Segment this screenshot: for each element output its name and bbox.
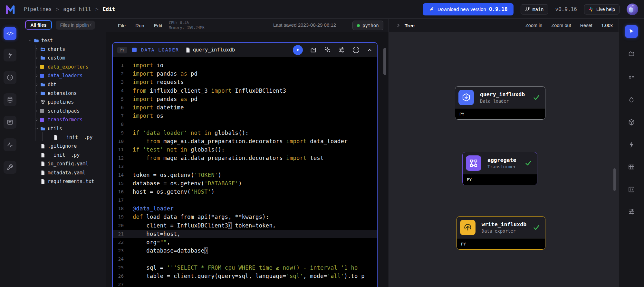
right-rail-cursor-button[interactable] [625, 25, 638, 38]
code-line-20[interactable]: 20 client = InfluxDBClient3( token=token… [113, 221, 377, 230]
live-help-button[interactable]: Live help [584, 4, 620, 14]
code-line-16[interactable]: 16host = os.getenv('HOST') [113, 188, 377, 196]
chart-icon[interactable] [310, 47, 317, 53]
code-line-19[interactable]: 19def load_data_from_api(*args, **kwargs… [113, 213, 377, 221]
file-tree-item-test[interactable]: test [20, 36, 106, 45]
file-tree-item-dbt[interactable]: dbt [20, 80, 106, 89]
code-line-26[interactable]: 26 table = client.query(query=sql, langu… [113, 272, 377, 280]
left-rail-clock-button[interactable] [4, 71, 16, 84]
right-rail-cube-button[interactable] [625, 116, 638, 129]
code-line-5[interactable]: 5import pandas as pd [113, 95, 377, 103]
block-file[interactable]: query_influxdb [186, 47, 235, 53]
pipeline-node-query_influxdb[interactable]: query_influxdbData loaderPY [455, 86, 545, 120]
file-icon [53, 134, 59, 140]
right-rail-lightning-button[interactable] [625, 138, 638, 151]
code-line-13[interactable]: 13 [113, 162, 377, 171]
sliders-icon[interactable] [338, 46, 345, 53]
file-tree-item--gitignore[interactable]: .gitignore [20, 142, 106, 151]
code-line-8[interactable]: 8 [113, 120, 377, 128]
file-tree-item-io-config-yaml[interactable]: io_config.yaml [20, 160, 106, 168]
code-line-14[interactable]: 14token = os.getenv('TOKEN') [113, 171, 377, 179]
right-rail-code-box-button[interactable] [625, 183, 638, 196]
code-line-6[interactable]: 6import datetime [113, 103, 377, 112]
kernel-language-badge[interactable]: python [352, 21, 383, 30]
collapse-block-chevron-icon[interactable] [367, 47, 372, 53]
code-line-21[interactable]: 21 host=host, [113, 230, 377, 238]
left-rail-dashboard-button[interactable] [4, 116, 16, 129]
tab-files-in-pipeline[interactable]: Files in pipeline [56, 21, 95, 30]
code-line-7[interactable]: 7import os [113, 112, 377, 120]
right-rail-area-chart-button[interactable] [625, 47, 638, 60]
file-tree-item-custom[interactable]: custom [20, 54, 106, 62]
code-line-17[interactable]: 17 [113, 196, 377, 204]
file-tree-item-requirements-txt[interactable]: requirements.txt [20, 177, 106, 186]
token: ( [228, 222, 232, 229]
code-line-24[interactable]: 24 [113, 255, 377, 263]
left-rail-wrench-button[interactable] [4, 161, 16, 174]
download-new-version-button[interactable]: Download new version 0.9.18 [423, 3, 514, 15]
menu-run[interactable]: Run [135, 23, 144, 28]
user-avatar[interactable] [627, 4, 638, 15]
breadcrumb-item[interactable]: aged_hill [63, 6, 91, 12]
code-line-27[interactable]: 27 [113, 280, 377, 287]
code-line-18[interactable]: 18@data_loader [113, 204, 377, 213]
breadcrumb[interactable]: Pipelines>aged_hill>Edit [24, 6, 115, 12]
code-line-11[interactable]: 11if 'test' not in globals(): [113, 145, 377, 154]
breadcrumb-item[interactable]: Edit [103, 6, 115, 12]
right-rail-sliders-button[interactable] [625, 205, 638, 218]
code-block-query-influxdb[interactable]: PY DATA LOADER query_influxdb [112, 42, 378, 287]
file-tree-item-data-loaders[interactable]: data_loaders [20, 71, 106, 80]
collapse-sidekick-chevron-icon[interactable] [396, 23, 401, 28]
zoom-in-button[interactable]: Zoom in [525, 23, 542, 28]
menu-edit[interactable]: Edit [154, 23, 162, 28]
left-rail-activity-button[interactable] [4, 138, 16, 151]
right-rail-table-button[interactable] [625, 161, 638, 173]
sparkles-icon[interactable] [324, 46, 331, 53]
menu-file[interactable]: File [118, 23, 126, 28]
zoom-out-button[interactable]: Zoom out [551, 23, 571, 28]
breadcrumb-item[interactable]: Pipelines [24, 6, 52, 12]
code-line-25[interactable]: 25 sql = '''SELECT * FROM cpu WHERE time… [113, 264, 377, 272]
file-tree-item-scratchpads[interactable]: scratchpads [20, 106, 106, 115]
file-tree-item--init-py[interactable]: __init__.py [20, 133, 106, 142]
code-line-23[interactable]: 23 database=database) [113, 246, 377, 255]
file-icon [40, 152, 48, 158]
code-line-4[interactable]: 4from influxdb_client_3 import InfluxDBC… [113, 87, 377, 95]
canvas-scrollbar[interactable] [613, 168, 616, 191]
dependency-tree-canvas[interactable]: query_influxdbData loaderPYaggregateTran… [389, 32, 619, 287]
file-tree-item--init-py[interactable]: __init__.py [20, 151, 106, 159]
right-rail-variables-button[interactable] [625, 71, 638, 84]
file-tree-item-metadata-yaml[interactable]: metadata.yaml [20, 168, 106, 177]
run-block-button[interactable] [293, 45, 303, 55]
left-rail-code-editor-button[interactable]: </> [4, 27, 16, 40]
mage-logo[interactable] [5, 5, 17, 14]
code-editor[interactable]: 1import io2import pandas as pd3import re… [113, 57, 377, 287]
file-tree-item-extensions[interactable]: extensions [20, 89, 106, 97]
file-tree-item-utils[interactable]: utils [20, 124, 106, 133]
right-rail-droplet-button[interactable] [625, 93, 638, 106]
tab-all-files[interactable]: All files [25, 20, 52, 30]
left-rail-database-button[interactable] [4, 93, 16, 106]
pipeline-node-aggregate[interactable]: aggregateTransformerPY [462, 152, 537, 185]
code-line-10[interactable]: 10 from mage_ai.data_preparation.decorat… [113, 137, 377, 145]
code-line-3[interactable]: 3import requests [113, 78, 377, 86]
code-line-9[interactable]: 9if 'data_loader' not in globals(): [113, 129, 377, 137]
code-line-15[interactable]: 15database = os.getenv('DATABASE') [113, 179, 377, 188]
reset-zoom-button[interactable]: Reset [580, 23, 592, 28]
git-branch-button[interactable]: main [521, 4, 548, 14]
left-rail-lightning-button[interactable] [4, 49, 16, 61]
code-line-22[interactable]: 22 org="", [113, 238, 377, 246]
file-icon [53, 134, 61, 140]
file-icon [40, 170, 48, 176]
code-line-12[interactable]: 12 from mage_ai.data_preparation.decorat… [113, 154, 377, 162]
code-line-2[interactable]: 2import pandas as pd [113, 69, 377, 78]
more-options-icon[interactable] [352, 46, 360, 54]
file-tree-item-pipelines[interactable]: pipelines [20, 98, 106, 106]
pipeline-node-write_influxdb[interactable]: write_influxdbData exporterPY [457, 216, 545, 250]
code-line-1[interactable]: 1import io [113, 61, 377, 69]
editor-scrollbar[interactable] [383, 48, 386, 75]
file-tree-item-transformers[interactable]: transformers [20, 116, 106, 124]
file-tree-item-charts[interactable]: charts [20, 45, 106, 53]
file-tree-item-data-exporters[interactable]: data_exporters [20, 62, 106, 71]
node-type-icon [458, 90, 474, 105]
